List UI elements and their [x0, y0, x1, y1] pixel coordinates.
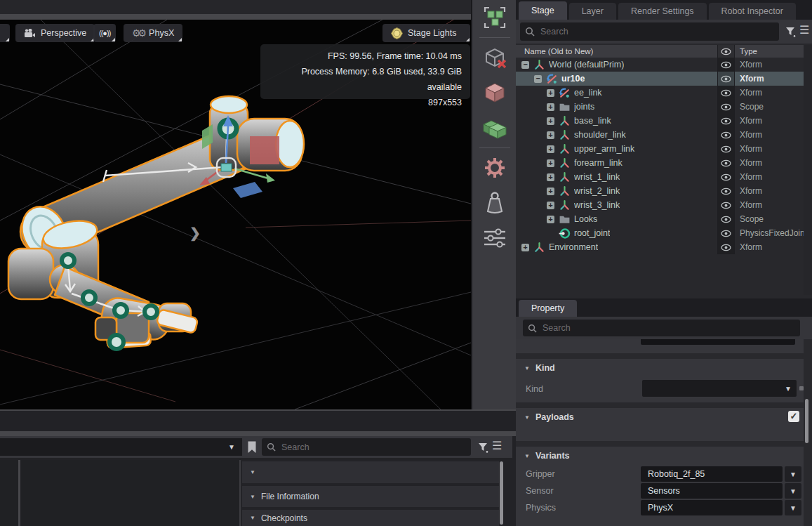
prim-name[interactable]: wrist_1_link	[574, 172, 620, 182]
details-scrollbar[interactable]	[500, 461, 503, 525]
expander-plus-icon[interactable]: +	[547, 89, 554, 97]
tree-row[interactable]: − World (defaultPrim) Xform	[516, 58, 812, 72]
viewport-3d[interactable]: Perspective ((●)) ⚙⚙ PhysX Stage Lights …	[0, 20, 471, 409]
expander-plus-icon[interactable]: +	[547, 188, 554, 195]
tab-layer[interactable]: Layer	[569, 3, 616, 20]
visibility-eye-icon[interactable]	[717, 212, 735, 226]
visibility-eye-icon[interactable]	[717, 156, 735, 170]
browser-search-box[interactable]	[262, 438, 471, 456]
property-search-input[interactable]	[541, 322, 795, 334]
variant-dropdown-physics[interactable]: PhysX	[641, 500, 783, 515]
tree-row[interactable]: + upper_arm_link Xform	[516, 142, 812, 156]
collapse-arrow-icon[interactable]: ▼	[250, 469, 255, 475]
expander-minus-icon[interactable]: −	[521, 61, 529, 69]
tree-row[interactable]: + ee_link Xform	[516, 86, 812, 100]
prim-name[interactable]: forearm_link	[574, 158, 623, 168]
clipped-toolbar-button[interactable]	[0, 24, 10, 42]
chevron-down-icon[interactable]: ▼	[785, 500, 801, 515]
variant-dropdown-sensor[interactable]: Sensors	[641, 483, 783, 499]
expander-minus-icon[interactable]: −	[534, 75, 542, 83]
filter-icon[interactable]	[477, 441, 489, 454]
tab-stage[interactable]: Stage	[519, 1, 567, 20]
live-sync-button[interactable]: ((●))	[93, 24, 116, 42]
path-combo[interactable]: ▼	[0, 438, 242, 456]
collapse-arrow-icon[interactable]: ▼	[250, 494, 255, 500]
prim-name[interactable]: shoulder_link	[574, 130, 626, 140]
expander-plus-icon[interactable]: +	[547, 216, 554, 223]
tree-row[interactable]: − ur10e Xform	[516, 72, 812, 86]
browser-search-input[interactable]	[280, 442, 466, 453]
tree-row[interactable]: + shoulder_link Xform	[516, 128, 812, 142]
collapse-arrow-icon[interactable]: ▼	[524, 365, 530, 372]
prim-name[interactable]: wrist_3_link	[574, 200, 620, 210]
settings-sliders-icon[interactable]	[481, 224, 509, 252]
tree-row[interactable]: root_joint PhysicsFixedJoin	[516, 226, 812, 240]
payloads-checkbox[interactable]: ✓	[788, 411, 799, 422]
expander-plus-icon[interactable]: +	[547, 202, 554, 209]
type-column-header[interactable]: Type	[735, 45, 812, 58]
camera-selector-button[interactable]: Perspective	[15, 24, 95, 42]
physx-debug-button[interactable]: ⚙⚙ PhysX	[124, 24, 182, 42]
green-cubes-icon[interactable]	[481, 114, 509, 142]
tree-row[interactable]: +Looks Scope	[516, 212, 812, 226]
prim-name[interactable]: ur10e	[561, 74, 585, 84]
visibility-eye-icon[interactable]	[717, 142, 735, 156]
expander-plus-icon[interactable]: +	[547, 131, 554, 139]
tab-render-settings[interactable]: Render Settings	[618, 3, 707, 20]
tree-row[interactable]: + Environment Xform	[516, 240, 812, 254]
kind-dropdown[interactable]: ▼	[642, 380, 797, 397]
cube-disabled-icon[interactable]	[481, 44, 509, 72]
prim-name[interactable]: Looks	[574, 214, 597, 224]
expander-plus-icon[interactable]: +	[547, 173, 554, 181]
visibility-eye-icon[interactable]	[717, 58, 735, 72]
options-menu-icon[interactable]: ☰	[492, 439, 502, 452]
default-value-dot[interactable]	[799, 386, 804, 390]
chevron-down-icon[interactable]: ▼	[785, 466, 801, 482]
prim-name[interactable]: base_link	[574, 116, 611, 126]
stage-search-box[interactable]	[520, 22, 779, 41]
expander-plus-icon[interactable]: +	[547, 159, 554, 167]
selection-cubes-icon[interactable]	[481, 4, 509, 32]
visibility-eye-icon[interactable]	[717, 226, 735, 240]
visibility-eye-icon[interactable]	[717, 184, 735, 198]
visibility-eye-icon[interactable]	[717, 198, 735, 212]
prim-name[interactable]: joints	[574, 102, 594, 112]
stage-search-input[interactable]	[539, 26, 774, 37]
visibility-eye-icon[interactable]	[717, 114, 735, 128]
visibility-eye-icon[interactable]	[717, 128, 735, 142]
tab-robot-inspector[interactable]: Robot Inspector	[709, 3, 796, 20]
collapse-arrow-icon[interactable]: ▼	[524, 414, 530, 421]
expander-plus-icon[interactable]: +	[547, 117, 554, 125]
prim-name[interactable]: Environment	[549, 242, 598, 252]
expander-plus-icon[interactable]: +	[521, 244, 529, 251]
bookmark-icon[interactable]	[246, 440, 258, 454]
chevron-down-icon[interactable]: ▼	[785, 483, 801, 499]
tree-row[interactable]: +joints Scope	[516, 100, 812, 114]
tab-property[interactable]: Property	[519, 300, 577, 317]
section-untitled[interactable]: ▼	[242, 461, 499, 483]
visibility-eye-icon[interactable]	[717, 86, 735, 100]
prim-name[interactable]: World (defaultPrim)	[549, 60, 624, 70]
tree-row[interactable]: + base_link Xform	[516, 114, 812, 128]
panel-splitter[interactable]	[0, 431, 516, 436]
visibility-eye-icon[interactable]	[717, 240, 735, 254]
stage-lights-button[interactable]: Stage Lights	[382, 24, 470, 42]
browser-tree-area[interactable]	[20, 460, 241, 526]
visibility-eye-icon[interactable]	[717, 170, 735, 184]
prim-name[interactable]: wrist_2_link	[574, 186, 620, 196]
visibility-eye-icon[interactable]	[717, 100, 735, 114]
physics-gear-icon[interactable]	[481, 154, 509, 182]
section-file-information[interactable]: ▼File Information	[242, 486, 499, 507]
visibility-eye-icon[interactable]	[717, 72, 735, 86]
property-scrollbar[interactable]	[805, 399, 808, 443]
property-search-box[interactable]	[523, 320, 800, 336]
tree-row[interactable]: + wrist_1_link Xform	[516, 170, 812, 184]
filter-icon[interactable]	[784, 25, 797, 38]
name-column-header[interactable]: Name (Old to New)	[516, 45, 717, 58]
tree-row[interactable]: + wrist_3_link Xform	[516, 198, 812, 212]
options-menu-icon[interactable]: ☰	[799, 23, 809, 37]
red-cube-icon[interactable]	[481, 79, 509, 107]
collapse-arrow-icon[interactable]: ▼	[250, 515, 255, 521]
tree-row[interactable]: + forearm_link Xform	[516, 156, 812, 170]
prim-name[interactable]: root_joint	[574, 228, 610, 238]
